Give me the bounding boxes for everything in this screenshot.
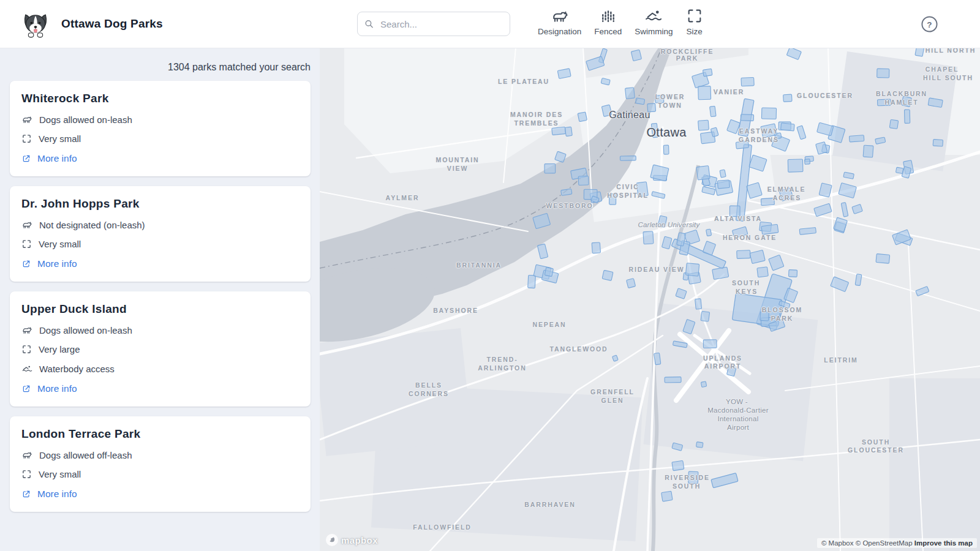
page-title: Ottawa Dog Parks [61, 0, 163, 48]
park-polygon[interactable] [877, 99, 891, 106]
park-polygon[interactable] [710, 106, 717, 116]
more-info-link[interactable]: More info [21, 153, 299, 164]
filter-label: Designation [538, 27, 581, 36]
improve-map-link[interactable]: Improve this map [914, 539, 973, 547]
park-polygon[interactable] [696, 166, 710, 180]
park-polygon[interactable] [761, 198, 774, 206]
results-sidebar[interactable]: 1304 parks matched your search Whiterock… [0, 48, 320, 551]
park-polygon[interactable] [712, 267, 729, 279]
search-icon [364, 18, 374, 29]
filter-swimming[interactable]: Swimming [635, 7, 673, 36]
filter-size[interactable]: Size [686, 7, 703, 36]
park-polygon[interactable] [902, 96, 912, 107]
park-polygon[interactable] [729, 206, 740, 217]
attrib-mapbox[interactable]: © Mapbox [821, 539, 854, 547]
park-polygon[interactable] [701, 381, 706, 388]
filter-fenced[interactable]: Fenced [594, 7, 622, 36]
park-card[interactable]: Upper Duck Island Dogs allowed on-leash … [10, 291, 311, 407]
park-polygon[interactable] [788, 159, 803, 172]
park-polygon[interactable] [609, 194, 616, 205]
park-polygon[interactable] [761, 224, 778, 234]
park-polygon[interactable] [565, 127, 572, 136]
park-polygon[interactable] [602, 270, 613, 280]
park-polygon[interactable] [578, 112, 587, 122]
park-polygon[interactable] [695, 299, 702, 310]
search-input[interactable] [379, 18, 503, 30]
park-polygon[interactable] [635, 98, 644, 105]
park-polygon[interactable] [592, 242, 600, 253]
park-polygon[interactable] [915, 48, 924, 56]
park-polygon[interactable] [651, 123, 658, 138]
attrib-osm[interactable]: © OpenStreetMap [856, 539, 913, 547]
park-polygon[interactable] [720, 170, 726, 178]
park-polygon[interactable] [726, 367, 736, 377]
park-polygon[interactable] [737, 250, 750, 259]
park-polygon[interactable] [933, 140, 943, 147]
park-polygon[interactable] [783, 94, 792, 102]
park-polygon[interactable] [781, 123, 795, 131]
park-polygon[interactable] [665, 377, 681, 383]
dog-logo [20, 9, 51, 39]
park-polygon[interactable] [688, 471, 698, 484]
park-polygon[interactable] [863, 145, 873, 157]
park-polygon[interactable] [643, 231, 654, 244]
park-polygon[interactable] [578, 176, 589, 185]
mapbox-logo[interactable]: mapbox [325, 533, 378, 547]
park-polygon[interactable] [741, 114, 753, 121]
park-polygon[interactable] [627, 279, 636, 288]
park-polygon[interactable] [636, 182, 648, 197]
park-polygon[interactable] [799, 228, 816, 235]
park-polygon[interactable] [662, 491, 673, 501]
filter-designation[interactable]: Designation [538, 7, 581, 36]
park-polygon[interactable] [804, 159, 810, 165]
park-polygon[interactable] [703, 340, 717, 348]
park-polygon[interactable] [625, 88, 635, 99]
park-polygon[interactable] [757, 267, 768, 277]
park-polygon[interactable] [655, 96, 664, 103]
more-info-text: More info [37, 153, 77, 164]
park-polygon[interactable] [741, 77, 754, 86]
park-polygon[interactable] [703, 69, 712, 77]
park-card[interactable]: Whiterock Park Dogs allowed on-leash Ver… [10, 81, 311, 176]
park-polygon[interactable] [696, 442, 703, 448]
park-polygon[interactable] [672, 460, 684, 471]
more-info-link[interactable]: More info [21, 489, 299, 500]
park-polygon[interactable] [698, 120, 709, 130]
park-polygon[interactable] [706, 229, 712, 236]
park-polygon[interactable] [889, 119, 898, 129]
park-polygon[interactable] [698, 86, 711, 100]
park-polygon[interactable] [876, 253, 890, 263]
park-polygon[interactable] [717, 180, 729, 189]
park-polygon[interactable] [545, 164, 556, 173]
park-polygon[interactable] [545, 268, 553, 277]
park-polygon[interactable] [647, 103, 656, 112]
park-polygon[interactable] [528, 275, 536, 288]
park-polygon[interactable] [561, 189, 572, 195]
park-polygon[interactable] [736, 141, 748, 149]
park-polygon[interactable] [849, 135, 864, 142]
park-polygon[interactable] [895, 167, 903, 173]
park-polygon[interactable] [877, 69, 889, 78]
park-polygon[interactable] [701, 311, 710, 321]
park-polygon[interactable] [789, 270, 797, 277]
designation-text: Not designated (on-leash) [39, 220, 145, 230]
park-polygon[interactable] [760, 312, 769, 321]
park-card[interactable]: Dr. John Hopps Park Not designated (on-l… [10, 186, 311, 282]
more-info-link[interactable]: More info [21, 383, 299, 394]
help-button[interactable]: ? [921, 15, 938, 33]
park-polygon[interactable] [631, 50, 641, 61]
park-card[interactable]: London Terrace Park Dogs allowed off-lea… [10, 416, 311, 512]
filter-label: Size [686, 27, 702, 36]
park-polygon[interactable] [663, 145, 669, 154]
search-box[interactable] [357, 12, 510, 36]
park-polygon[interactable] [775, 133, 782, 139]
designation-row: Not designated (on-leash) [21, 219, 299, 230]
more-info-link[interactable]: More info [21, 258, 299, 269]
park-polygon[interactable] [761, 108, 776, 119]
park-polygon[interactable] [552, 127, 566, 135]
park-polygon[interactable] [654, 353, 661, 364]
map-canvas[interactable]: ROCKCLIFFEPARKHILL NORTHCHAPELHILL SOUTH… [320, 48, 980, 551]
park-polygon[interactable] [620, 156, 636, 161]
park-polygon[interactable] [685, 263, 699, 277]
park-polygon[interactable] [904, 110, 910, 123]
